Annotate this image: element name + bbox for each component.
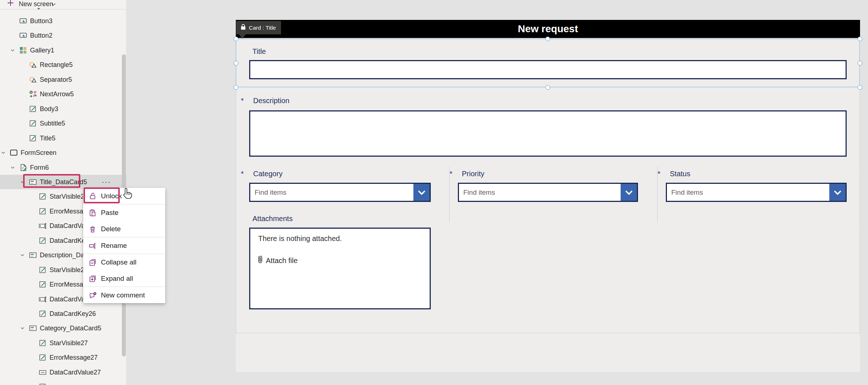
selection-handle-sw[interactable] [234,85,238,90]
rename-icon [89,242,97,250]
tree-item-rectangle5[interactable]: Rectangle5 [0,58,127,72]
selection-handle-nw[interactable] [234,37,238,41]
menu-item-collapse-all[interactable]: Collapse all [83,254,165,270]
divider [0,9,127,9]
tree-item-button3[interactable]: Button3 [0,14,127,28]
datacard-icon [29,251,37,259]
datacard-icon [29,324,37,332]
chevron-down-icon[interactable] [10,165,15,172]
tree-item-body3[interactable]: Body3 [0,102,127,116]
panel-resize-dot [38,8,40,9]
chevron-down-icon[interactable] [20,179,25,186]
chevron-down-icon[interactable] [413,184,430,201]
tree-item-label: Title5 [40,131,55,145]
menu-item-label: Expand all [101,275,133,283]
menu-item-delete[interactable]: Delete [83,221,165,237]
category-combobox[interactable]: Find items [249,183,431,202]
tree-item-label: StarVisible25 [50,189,88,204]
collapse-all-icon [89,258,97,266]
gallery-icon [19,46,27,54]
tree-item-partial[interactable] [0,380,127,385]
tree-item-datacardkey26[interactable]: DataCardKey26 [0,306,127,321]
label-icon [29,105,37,113]
selection-handle-w[interactable] [234,61,238,65]
attachments-empty-text: There is nothing attached. [258,234,342,243]
attach-file-button[interactable]: Attach file [257,255,298,266]
selection-handle-se[interactable] [858,85,862,90]
menu-item-label: Unlock [101,192,122,200]
datacard-icon [29,178,37,186]
tree-item-separator5[interactable]: Separator5 [0,72,127,87]
textinput-icon [39,222,47,230]
new-screen-button[interactable]: New screen [0,0,127,9]
category-placeholder: Find items [255,184,286,201]
chevron-down-icon[interactable] [10,48,15,54]
status-combobox[interactable]: Find items [666,183,847,202]
menu-item-rename[interactable]: Rename [83,237,165,254]
chevron-down-icon[interactable] [621,184,637,201]
label-icon [39,192,47,200]
tree-item-label: Body3 [40,102,58,116]
shape-icon [29,76,37,84]
tree-item-label: Title_DataCard5 [40,175,87,189]
tree-item-category_datacard5[interactable]: Category_DataCard5 [0,321,127,335]
form-bottom-edge [236,333,860,333]
button-icon [19,31,27,39]
tree-item-form6[interactable]: Form6 [0,160,127,175]
menu-item-paste[interactable]: Paste [83,204,165,221]
tree-item-label: Form6 [30,160,49,175]
tree-item-label: ErrorMessage27 [50,350,98,365]
tree-item-gallery1[interactable]: Gallery1 [0,43,127,58]
label-icon [39,339,47,347]
menu-item-new-comment[interactable]: New comment [83,287,165,303]
button-icon [19,17,27,25]
tree-item-errormessage27[interactable]: ErrorMessage27 [0,350,127,365]
combobox-icon [39,368,47,376]
tree-item-label: FormScreen [21,145,56,160]
selected-card-tag-label: Card : Title [249,25,276,31]
tree-item-datacardvalue27[interactable]: DataCardValue27 [0,365,127,380]
tree-item-title_datacard5[interactable]: Title_DataCard5··· [0,175,127,189]
menu-item-expand-all[interactable]: Expand all [83,270,165,287]
selection-handle-ne[interactable] [858,37,862,41]
label-icon [29,134,37,142]
status-field-label: Status [670,170,690,178]
priority-combobox[interactable]: Find items [458,183,638,202]
form-title-bar[interactable]: New request [236,20,860,38]
form-left-edge [236,87,236,333]
paste-icon [89,209,97,217]
selection-handle-e[interactable] [858,61,862,65]
menu-item-label: Collapse all [101,258,136,266]
new-comment-icon [89,291,97,299]
title-input[interactable] [249,60,847,79]
description-input[interactable] [249,110,847,157]
label-icon [39,207,47,215]
tree-item-formscreen[interactable]: FormScreen [0,145,127,160]
menu-item-unlock[interactable]: Unlock [83,188,165,204]
tree-item-starvisible27[interactable]: StarVisible27 [0,336,127,350]
tree-item-subtitle5[interactable]: Subtitle5 [0,116,127,131]
tree-item-title5[interactable]: Title5 [0,131,127,145]
lock-icon [241,24,246,31]
tree-item-label: Separator5 [40,72,72,87]
tree-item-label: DataCardValue27 [50,365,101,380]
label-icon [39,237,47,245]
status-placeholder: Find items [671,184,703,201]
tree-item-button2[interactable]: Button2 [0,28,127,43]
chevron-down-icon[interactable] [20,326,25,332]
selection-handle-n[interactable] [545,37,550,41]
selection-handle-s[interactable] [545,85,550,90]
tree-item-nextarrow5[interactable]: NextArrow5 [0,87,127,101]
tree-item-label: DataCardKey26 [50,306,96,321]
tree-item-label: Button3 [30,14,52,28]
more-options-button[interactable]: ··· [102,175,111,189]
tree-item-label: Rectangle5 [40,58,73,72]
chevron-down-icon[interactable] [1,150,6,157]
attach-file-label: Attach file [266,257,298,265]
chevron-down-icon[interactable] [20,253,25,259]
chevron-down-icon[interactable] [829,184,846,201]
label-icon [39,280,47,288]
priority-placeholder: Find items [463,184,495,201]
label-icon [39,383,47,385]
form-icon [19,164,27,172]
